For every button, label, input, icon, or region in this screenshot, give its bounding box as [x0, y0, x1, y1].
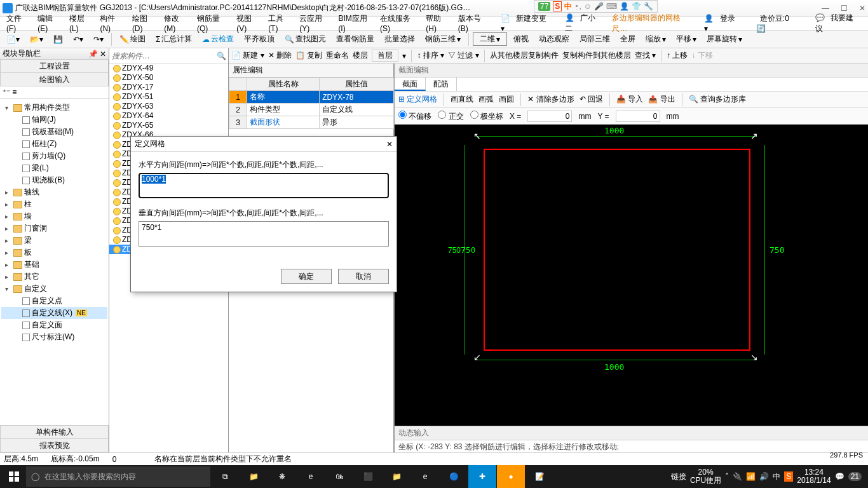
import-button[interactable]: 📥 导入 [616, 94, 643, 105]
property-table[interactable]: 属性名称属性值 1名称ZDYX-78 2构件类型自定义线 3截面形状异形 [229, 78, 394, 129]
define-grid-button[interactable]: ⊞ 定义网格 [398, 94, 437, 105]
menu-tools[interactable]: 工具(T) [264, 13, 295, 33]
zoom-button[interactable]: 缩放 ▾ [642, 32, 670, 46]
tree-node[interactable]: 自定义点 [1, 295, 107, 307]
redo-icon[interactable]: ↷▾ [90, 34, 107, 45]
close-button[interactable]: ✕ [859, 4, 865, 13]
ime-lang[interactable]: 中 [564, 1, 572, 12]
nav-tree[interactable]: ▾常用构件类型轴网(J)筏板基础(M)框柱(Z)剪力墙(Q)梁(L)现浇板(B)… [0, 99, 109, 426]
ime-icon[interactable]: •ִ, [574, 2, 581, 11]
x-input[interactable] [527, 111, 572, 122]
draw-line-button[interactable]: 画直线 [451, 94, 473, 105]
tray-power-icon[interactable]: 🔌 [733, 472, 742, 481]
move-down-button[interactable]: ↓ 下移 [691, 50, 712, 61]
view-2d-button[interactable]: 二维 ▾ [473, 32, 507, 46]
tree-node[interactable]: 现浇板(B) [1, 174, 107, 186]
maximize-button[interactable]: ☐ [841, 4, 848, 13]
orbit-button[interactable]: 动态观察 [535, 32, 573, 46]
tree-node[interactable]: 轴网(J) [1, 114, 107, 126]
find-button[interactable]: 查找 ▾ [635, 50, 656, 61]
offset-ortho-radio[interactable]: 正交 [438, 111, 463, 122]
tree-node[interactable]: ▸梁 [1, 234, 107, 247]
list-item[interactable]: ZDYX-17 [109, 83, 228, 92]
tab-reinforcement[interactable]: 配筋 [426, 78, 457, 91]
tree-node[interactable]: 梁(L) [1, 162, 107, 174]
app-icon-1[interactable]: ❋ [268, 465, 296, 488]
menu-version[interactable]: 版本号(B) [454, 13, 493, 33]
top-view-button[interactable]: 俯视 [510, 32, 532, 46]
horizontal-spacing-input[interactable] [139, 173, 389, 198]
filter-button[interactable]: ▽ 过滤 ▾ [448, 50, 479, 61]
list-item[interactable]: ZDYX-50 [109, 73, 228, 83]
menu-modify[interactable]: 修改(M) [160, 13, 193, 33]
ggj-taskbar-icon[interactable]: ✚ [468, 465, 496, 488]
tab-draw-input[interactable]: 绘图输入 [0, 72, 109, 86]
cloud-check-button[interactable]: ☁ 云检查 [198, 32, 238, 46]
section-canvas[interactable]: ↖ ↗ ↙ ↘ 1000 1000 750 750 750 [395, 125, 868, 426]
clear-polygon-button[interactable]: ✕ 清除多边形 [527, 94, 574, 105]
pan-button[interactable]: 平移 ▾ [672, 32, 700, 46]
collapse-icon[interactable]: ≡ [12, 88, 17, 97]
ime-user-icon[interactable]: 👤 [620, 2, 629, 11]
tray-notification-icon[interactable]: 💬 [835, 472, 844, 481]
menu-component[interactable]: 构件(N) [96, 13, 128, 33]
sort-button[interactable]: ↕ 排序 ▾ [417, 50, 444, 61]
list-item[interactable]: ZDYX-65 [109, 121, 228, 130]
task-view-icon[interactable]: ⧉ [211, 465, 239, 488]
dialog-close-button[interactable]: ✕ [386, 140, 393, 149]
delete-button[interactable]: ✕ 删除 [268, 50, 292, 61]
tab-report-preview[interactable]: 报表预览 [0, 438, 109, 452]
menu-view[interactable]: 视图(V) [233, 13, 264, 33]
tree-node[interactable]: ▸柱 [1, 198, 107, 210]
tree-node[interactable]: ▸板 [1, 247, 107, 259]
ok-button[interactable]: 确定 [281, 269, 332, 284]
menu-rebar[interactable]: 钢筋量(Q) [193, 13, 233, 33]
app-icon-3[interactable]: 🔵 [440, 465, 468, 488]
expand-icon[interactable]: ⁺⁻ [3, 88, 10, 97]
ime-mic-icon[interactable]: 🎤 [594, 2, 604, 11]
marquee-text[interactable]: 多边形编辑器的网格尺… [608, 13, 694, 34]
menu-file[interactable]: 文件(F) [3, 13, 34, 33]
menu-bim[interactable]: BIM应用(I) [334, 13, 376, 33]
tree-node[interactable]: ▸轴线 [1, 186, 107, 198]
cancel-button[interactable]: 取消 [338, 269, 389, 284]
copy-button[interactable]: 📋 复制 [295, 50, 322, 61]
menu-edit[interactable]: 编辑(E) [34, 13, 65, 33]
suggest-button[interactable]: 💬 我要建议 [811, 13, 865, 34]
search-icon[interactable]: 🔍 [214, 51, 228, 60]
tree-node[interactable]: 筏板基础(M) [1, 126, 107, 138]
menu-online[interactable]: 在线服务(S) [376, 13, 422, 33]
user-name[interactable]: 👤 广小二 [561, 13, 609, 34]
tree-node[interactable]: ▾常用构件类型 [1, 102, 107, 114]
sogou-icon[interactable]: S [553, 1, 562, 11]
ime-tool-icon[interactable]: 👕 [632, 2, 641, 11]
new-component-button[interactable]: 📄 新建 ▾ [231, 50, 264, 61]
link-label[interactable]: 链接 [671, 471, 686, 482]
batch-select-button[interactable]: 批量选择 [381, 32, 419, 46]
list-item[interactable]: ZDYX-49 [109, 64, 228, 73]
ie-icon[interactable]: e [411, 465, 439, 488]
explorer-icon[interactable]: 📁 [240, 465, 268, 488]
local-3d-button[interactable]: 局部三维 [576, 32, 614, 46]
ime-kbd-icon[interactable]: ⌨ [606, 2, 617, 11]
open-file-icon[interactable]: 📂▾ [26, 34, 47, 45]
tab-single-input[interactable]: 单构件输入 [0, 425, 109, 439]
tray-network-icon[interactable]: 📶 [746, 472, 756, 481]
view-rebar-button[interactable]: 查看钢筋量 [332, 32, 378, 46]
menu-draw[interactable]: 绘图(D) [128, 13, 160, 33]
component-search-input[interactable] [109, 51, 214, 60]
taskbar-search[interactable]: ◯ 在这里输入你要搜索的内容 [26, 466, 210, 487]
query-polygon-lib-button[interactable]: 🔍 查询多边形库 [689, 94, 746, 105]
tray-sogou-icon[interactable]: S [784, 471, 793, 482]
move-up-button[interactable]: ↑ 上移 [667, 50, 688, 61]
undo-icon[interactable]: ↶▾ [69, 34, 87, 45]
draw-circle-button[interactable]: 画圆 [499, 94, 514, 105]
tree-node[interactable]: 剪力墙(Q) [1, 150, 107, 162]
align-slab-button[interactable]: 平齐板顶 [240, 32, 278, 46]
edge-icon[interactable]: e [297, 465, 325, 488]
tab-section[interactable]: 截面 [395, 78, 426, 91]
tree-node[interactable]: 框柱(Z) [1, 138, 107, 150]
save-icon[interactable]: 💾 [50, 34, 67, 45]
folder-icon[interactable]: 📁 [383, 465, 410, 488]
offset-polar-radio[interactable]: 极坐标 [470, 111, 503, 122]
